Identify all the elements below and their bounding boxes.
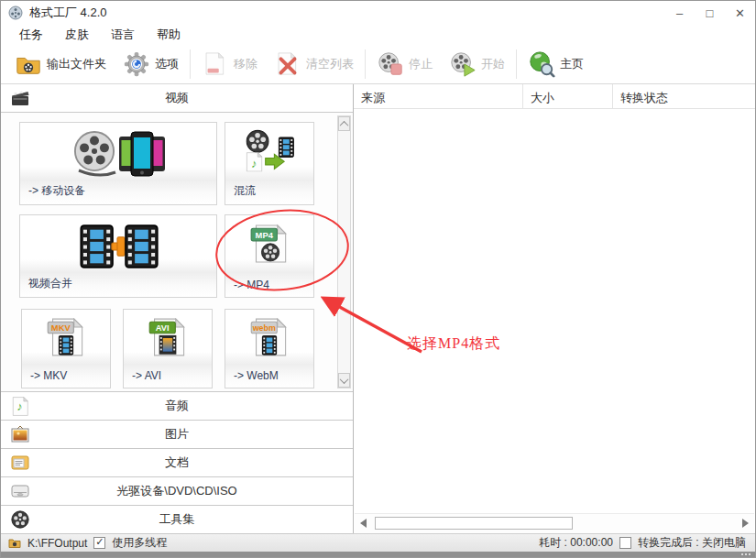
tile-mobile-device[interactable]: -> 移动设备 [19, 122, 217, 205]
clapperboard-icon [10, 88, 30, 108]
category-video-label: 视频 [1, 90, 353, 106]
tile-label: -> WebM [234, 369, 279, 382]
resize-grip[interactable] [740, 553, 751, 556]
video-merge-icon [20, 220, 216, 273]
audio-icon: ♪ [10, 396, 30, 416]
menu-help[interactable]: 帮助 [146, 25, 192, 45]
app-window: 格式工厂 4.2.0 – □ ✕ 任务 皮肤 语言 帮助 输出文件夹 [0, 0, 756, 558]
toolset-reel-icon [10, 509, 30, 530]
stop-label: 停止 [409, 56, 433, 72]
picture-icon [10, 424, 30, 444]
tile-label: -> 移动设备 [28, 183, 85, 199]
category-video[interactable]: 视频 [1, 84, 353, 113]
mkv-file-icon: MKV [22, 314, 110, 360]
mux-icon: ♪ [225, 127, 313, 175]
column-size[interactable]: 大小 [523, 84, 613, 109]
remove-doc-icon [202, 50, 229, 78]
category-document[interactable]: 文档 [1, 449, 353, 477]
toolbar-separator [190, 49, 191, 79]
svg-text:♪: ♪ [251, 157, 257, 170]
shutdown-checkbox[interactable] [619, 537, 631, 549]
options-button[interactable]: 选项 [115, 47, 187, 82]
elapsed-time: 耗时 : 00:00:00 [539, 535, 613, 551]
category-toolset-label: 工具集 [1, 511, 353, 528]
chevron-up-icon [340, 120, 349, 129]
toolbar-separator [516, 49, 517, 79]
multithread-label: 使用多线程 [112, 535, 167, 551]
start-icon [449, 50, 477, 78]
app-icon [8, 5, 23, 20]
window-title: 格式工厂 4.2.0 [29, 5, 107, 21]
file-list-header: 来源 大小 转换状态 [354, 84, 755, 109]
menu-skin[interactable]: 皮肤 [54, 25, 100, 45]
clear-list-button[interactable]: 清空列表 [266, 47, 362, 82]
webm-badge: webm [252, 323, 276, 333]
horizontal-scroll-thumb[interactable] [375, 517, 573, 530]
webm-file-icon: webm [225, 314, 313, 360]
scroll-left-icon[interactable] [360, 519, 367, 528]
menu-task[interactable]: 任务 [8, 25, 54, 45]
category-audio[interactable]: ♪ 音频 [1, 392, 353, 421]
shutdown-label: 转换完成后 : 关闭电脑 [638, 535, 746, 551]
avi-badge: AVI [156, 323, 170, 333]
tile-label: -> AVI [132, 369, 161, 382]
home-label: 主页 [560, 56, 584, 72]
format-sidebar: 视频 [1, 84, 354, 533]
file-list-panel: 来源 大小 转换状态 [354, 84, 755, 533]
document-icon [10, 453, 30, 473]
minimize-button[interactable]: – [664, 1, 695, 25]
avi-file-icon: AVI [124, 314, 212, 360]
start-button[interactable]: 开始 [441, 47, 513, 82]
title-bar: 格式工厂 4.2.0 – □ ✕ [1, 1, 755, 25]
tile-mkv[interactable]: MKV -> MKV [21, 309, 111, 388]
column-source[interactable]: 来源 [354, 84, 523, 109]
category-audio-label: 音频 [1, 398, 353, 414]
column-status[interactable]: 转换状态 [613, 84, 755, 109]
clear-list-icon [274, 50, 301, 78]
main-area: 视频 [1, 84, 755, 533]
category-document-label: 文档 [1, 454, 353, 471]
output-path[interactable]: K:\FFOutput [27, 537, 87, 550]
tile-mux[interactable]: ♪ 混流 [225, 122, 314, 205]
scroll-down-button[interactable] [338, 373, 350, 388]
output-folder-label: 输出文件夹 [47, 56, 106, 72]
file-list-body[interactable] [354, 109, 755, 533]
tile-label: 视频合并 [28, 276, 72, 291]
category-picture-label: 图片 [1, 426, 353, 443]
vertical-scrollbar[interactable] [337, 115, 351, 388]
tile-video-merge[interactable]: 视频合并 [19, 214, 217, 298]
category-disc-label: 光驱设备\DVD\CD\ISO [1, 483, 353, 499]
mobile-device-icon [20, 127, 216, 179]
stop-icon [377, 50, 404, 78]
disc-drive-icon [10, 481, 30, 501]
folder-small-icon [8, 538, 21, 549]
tile-avi[interactable]: AVI -> AVI [123, 309, 213, 388]
output-folder-button[interactable]: 输出文件夹 [6, 47, 115, 82]
multithread-checkbox[interactable] [93, 537, 105, 549]
home-button[interactable]: 主页 [520, 47, 592, 82]
mkv-badge: MKV [51, 323, 71, 333]
window-bottom-edge [1, 552, 755, 557]
clear-list-label: 清空列表 [306, 56, 354, 72]
tile-mp4[interactable]: MP4 -> MP4 [225, 214, 314, 298]
toolbar: 输出文件夹 选项 [1, 45, 755, 84]
options-label: 选项 [155, 56, 179, 72]
folder-icon [15, 50, 42, 78]
tile-webm[interactable]: webm -> WebM [225, 309, 314, 388]
remove-button[interactable]: 移除 [193, 47, 266, 82]
category-toolset[interactable]: 工具集 [1, 506, 353, 534]
stop-button[interactable]: 停止 [368, 47, 441, 82]
category-disc[interactable]: 光驱设备\DVD\CD\ISO [1, 477, 353, 506]
category-picture[interactable]: 图片 [1, 421, 353, 449]
tile-label: -> MP4 [234, 279, 269, 291]
video-format-tiles: -> 移动设备 ♪ 混流 [1, 113, 353, 392]
start-label: 开始 [481, 56, 505, 72]
chevron-down-icon [340, 375, 349, 384]
maximize-button[interactable]: □ [695, 1, 725, 25]
menu-bar: 任务 皮肤 语言 帮助 [1, 25, 755, 45]
scroll-right-icon[interactable] [742, 519, 749, 528]
close-button[interactable]: ✕ [725, 1, 755, 25]
horizontal-scrollbar[interactable] [355, 513, 754, 533]
menu-language[interactable]: 语言 [100, 25, 146, 45]
scroll-up-button[interactable] [338, 116, 350, 131]
